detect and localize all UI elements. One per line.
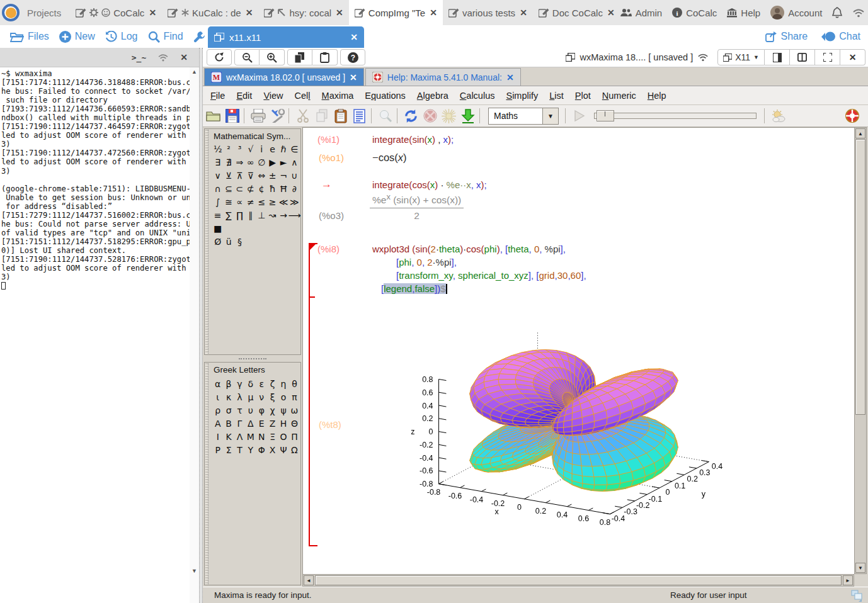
code-line[interactable]: integrate(cos(x) · %e··x, x); [372, 179, 487, 190]
hscroll-thumb[interactable] [315, 575, 842, 585]
math-symbol-button[interactable]: ⊄ [245, 182, 256, 195]
save-button[interactable] [224, 108, 241, 125]
x11-refresh-button[interactable] [207, 49, 232, 65]
math-symbol-button[interactable]: ∨ [212, 169, 223, 182]
close-icon[interactable]: ✕ [149, 8, 156, 18]
x11-split-vertical-button[interactable] [765, 49, 790, 65]
copy-button[interactable] [313, 108, 330, 125]
cut-button[interactable] [294, 108, 311, 125]
scroll-right-icon[interactable]: ► [843, 575, 853, 585]
close-icon[interactable]: ✕ [430, 8, 437, 18]
math-symbol-button[interactable]: ∫ [212, 195, 223, 208]
greek-letter-button[interactable]: Β [223, 417, 234, 430]
greek-letter-button[interactable]: π [289, 390, 300, 403]
greek-letter-button[interactable]: τ [234, 403, 245, 417]
greek-letter-button[interactable]: ε [256, 377, 267, 390]
menu-cell[interactable]: Cell [295, 91, 311, 101]
greek-letter-button[interactable]: ι [212, 390, 223, 403]
worksheet-hscrollbar[interactable]: ◄ ► [302, 574, 854, 587]
math-symbol-button[interactable]: ⊻ [223, 169, 234, 182]
nav-admin[interactable]: Admin [620, 8, 663, 18]
nav-tab-5[interactable]: Doc CoCalc✕ [533, 0, 620, 25]
greek-letter-button[interactable]: κ [223, 390, 234, 403]
math-symbol-button[interactable]: ∥ [245, 208, 256, 222]
greek-letter-button[interactable]: η [278, 377, 288, 390]
math-symbol-button[interactable]: ¬ [278, 169, 288, 182]
open-button[interactable] [205, 108, 222, 125]
stop-button[interactable] [421, 108, 438, 125]
animate-button[interactable] [440, 108, 457, 125]
greek-letter-button[interactable]: χ [267, 403, 278, 417]
log-button[interactable]: Log [105, 31, 138, 43]
math-symbol-button[interactable]: → [278, 208, 288, 222]
math-symbol-button[interactable]: ½ [212, 142, 223, 155]
greek-letter-button[interactable]: Ο [278, 430, 288, 443]
greek-letter-button[interactable]: Α [212, 417, 223, 430]
resize-grip-icon[interactable] [849, 588, 863, 602]
greek-letter-button[interactable]: υ [245, 403, 256, 417]
math-symbol-button[interactable]: ⇔ [256, 169, 267, 182]
greek-letter-button[interactable]: ξ [267, 390, 278, 403]
document-button[interactable] [351, 108, 368, 125]
greek-letter-button[interactable]: Ρ [212, 443, 223, 456]
code-line[interactable]: [transform_xy, spherical_to_xyz], [grid,… [396, 270, 586, 281]
math-symbol-button[interactable]: ∅ [256, 155, 267, 169]
math-symbol-button[interactable]: ∑ [223, 208, 234, 222]
menu-numeric[interactable]: Numeric [602, 91, 636, 101]
greek-letter-button[interactable]: Χ [267, 443, 278, 456]
math-symbol-button[interactable]: ► [278, 155, 288, 169]
terminal-output[interactable]: ~$ wxmaxima [7151:7174:1112/144736.31848… [0, 67, 190, 603]
greek-letter-button[interactable]: Ξ [267, 430, 278, 443]
x11-zoom-out-button[interactable] [234, 49, 260, 65]
weather-button[interactable] [770, 108, 787, 125]
file-tab-x11[interactable]: x11.x11 ✕ [208, 26, 364, 48]
math-symbol-button[interactable]: ⊽ [245, 169, 256, 182]
greek-letter-button[interactable]: Σ [223, 443, 234, 456]
code-line[interactable]: wxplot3d (sin(2·theta)·cos(phi), [theta,… [372, 244, 566, 254]
projects-button[interactable]: Projects [27, 8, 61, 18]
maxima-help-tab[interactable]: Help: Maxima 5.41.0 Manual: ✕ [365, 68, 521, 86]
close-icon[interactable]: ✕ [506, 72, 514, 82]
menu-equations[interactable]: Equations [365, 91, 406, 101]
math-symbol-button[interactable]: ■ [212, 222, 223, 235]
animation-slider[interactable] [594, 113, 757, 119]
close-icon[interactable]: ✕ [520, 8, 527, 18]
greek-letter-button[interactable]: Γ [234, 417, 245, 430]
panel-drag-handle[interactable] [205, 363, 208, 584]
greek-letter-button[interactable]: δ [245, 377, 256, 390]
math-symbol-button[interactable]: ≪ [278, 195, 288, 208]
menu-edit[interactable]: Edit [236, 91, 252, 101]
close-icon[interactable]: ✕ [350, 72, 357, 82]
nav-tab-2[interactable]: hsy: cocal✕ [258, 0, 348, 25]
greek-letter-button[interactable]: λ [234, 390, 245, 403]
greek-letter-button[interactable]: θ [289, 377, 300, 390]
menu-plot[interactable]: Plot [575, 91, 591, 101]
terminal-close-icon[interactable]: ✕ [180, 52, 188, 62]
x11-session-dropdown[interactable]: X11 ▼ [717, 49, 765, 65]
math-symbol-button[interactable]: ≠ [245, 195, 256, 208]
nav-account[interactable]: Account [770, 6, 822, 20]
math-symbol-button[interactable]: ≤ [256, 195, 267, 208]
scroll-left-icon[interactable]: ◄ [304, 575, 314, 585]
greek-letter-button[interactable]: Θ [289, 417, 300, 430]
scroll-up-icon[interactable]: ▲ [855, 128, 865, 138]
nav-tab-3[interactable]: CompImg "Te✕ [349, 0, 443, 25]
math-symbol-button[interactable]: ² [223, 142, 234, 155]
greek-letter-button[interactable]: β [223, 377, 234, 390]
math-symbol-button[interactable]: ≥ [267, 195, 278, 208]
nav-help[interactable]: Help [727, 8, 760, 18]
math-symbol-button[interactable]: ∂ [289, 182, 300, 195]
greek-letter-button[interactable]: ω [289, 403, 300, 417]
greek-letter-button[interactable]: Ι [212, 430, 223, 443]
math-symbol-button[interactable]: ∧ [289, 155, 300, 169]
math-symbol-button[interactable]: ∃ [212, 155, 223, 169]
configure-button[interactable] [268, 108, 285, 125]
refresh-button[interactable] [403, 108, 420, 125]
nav-tab-1[interactable]: KuCalc : de✕ [162, 0, 258, 25]
greek-letter-button[interactable]: ψ [278, 403, 288, 417]
greek-letter-button[interactable]: Φ [256, 443, 267, 456]
math-symbol-button[interactable]: ⊥ [256, 208, 267, 222]
math-symbol-button[interactable]: Ø [212, 235, 223, 248]
math-symbol-button[interactable]: ↝ [267, 208, 278, 222]
code-line[interactable]: [phi, 0, 2·%pi], [396, 257, 457, 268]
